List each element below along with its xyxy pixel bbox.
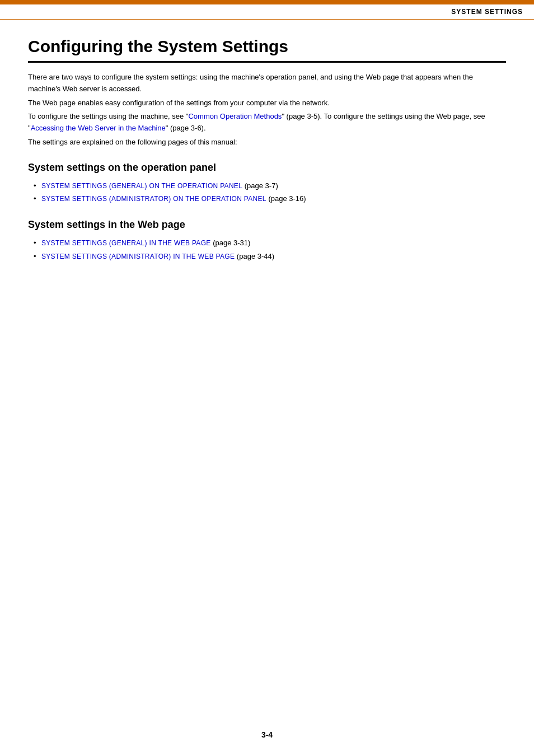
main-content: Configuring the System Settings There ar… [0,20,534,298]
common-operation-methods-link[interactable]: Common Operation Methods [188,112,282,120]
accessing-web-server-link[interactable]: Accessing the Web Server in the Machine [31,124,166,132]
page-ref: (page 3-16) [266,194,306,203]
general-web-page-link[interactable]: SYSTEM SETTINGS (GENERAL) IN THE WEB PAG… [41,239,211,247]
page-ref: (page 3-31) [211,239,251,247]
intro-paragraph-2: The Web page enables easy configuration … [28,97,506,109]
intro-paragraph-1: There are two ways to configure the syst… [28,72,506,95]
page-container: SYSTEM SETTINGS Configuring the System S… [0,0,534,756]
page-ref: (page 3-7) [242,181,278,190]
general-operation-panel-link[interactable]: SYSTEM SETTINGS (GENERAL) ON THE OPERATI… [41,182,242,190]
section2-list: SYSTEM SETTINGS (GENERAL) IN THE WEB PAG… [28,236,506,263]
intro-paragraph-4: The settings are explained on the follow… [28,137,506,148]
list-item: SYSTEM SETTINGS (GENERAL) IN THE WEB PAG… [34,236,506,250]
header-title: SYSTEM SETTINGS [451,8,523,16]
list-item: SYSTEM SETTINGS (ADMINISTRATOR) IN THE W… [34,250,506,263]
list-item: SYSTEM SETTINGS (GENERAL) ON THE OPERATI… [34,179,506,193]
administrator-web-page-link[interactable]: SYSTEM SETTINGS (ADMINISTRATOR) IN THE W… [41,253,235,260]
section1-heading: System settings on the operation panel [28,162,506,174]
header-row: SYSTEM SETTINGS [0,3,534,20]
section2-heading: System settings in the Web page [28,219,506,231]
administrator-operation-panel-link[interactable]: SYSTEM SETTINGS (ADMINISTRATOR) ON THE O… [41,195,266,203]
section1-list: SYSTEM SETTINGS (GENERAL) ON THE OPERATI… [28,179,506,206]
page-number: 3-4 [261,730,273,739]
page-ref: (page 3-44) [235,252,274,260]
intro-paragraph-3: To configure the settings using the mach… [28,111,506,134]
page-title: Configuring the System Settings [28,36,506,63]
list-item: SYSTEM SETTINGS (ADMINISTRATOR) ON THE O… [34,192,506,206]
